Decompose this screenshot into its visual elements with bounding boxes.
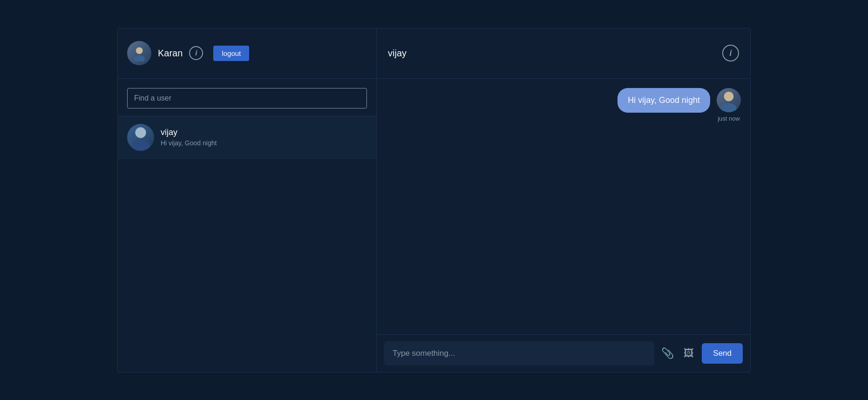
svg-point-3 bbox=[132, 140, 149, 150]
image-icon[interactable]: 🖼 bbox=[680, 345, 697, 362]
input-area: 📎 🖼 Send bbox=[377, 334, 750, 372]
conversation-avatar bbox=[127, 124, 154, 151]
svg-point-0 bbox=[136, 47, 143, 54]
header-right: vijay i bbox=[377, 28, 750, 78]
conversation-info: vijay Hi vijay, Good night bbox=[161, 128, 367, 147]
svg-point-4 bbox=[724, 91, 734, 101]
message-sender-col: just now bbox=[717, 88, 741, 122]
chat-area: Hi vijay, Good night just now bbox=[377, 79, 750, 372]
main-content: vijay Hi vijay, Good night Hi vijay, Goo… bbox=[118, 79, 750, 372]
messages-container: Hi vijay, Good night just now bbox=[377, 79, 750, 334]
attach-icon[interactable]: 📎 bbox=[659, 345, 676, 362]
message-row-sent: Hi vijay, Good night just now bbox=[386, 88, 741, 122]
current-user-name: Karan bbox=[158, 48, 183, 59]
header-left: Karan i logout bbox=[118, 28, 377, 78]
header: Karan i logout vijay i bbox=[118, 28, 750, 79]
message-input[interactable] bbox=[384, 341, 654, 366]
conversation-name: vijay bbox=[161, 128, 367, 137]
svg-point-2 bbox=[135, 127, 146, 138]
app-container: Karan i logout vijay i bbox=[117, 28, 751, 373]
chat-partner-name: vijay bbox=[388, 48, 407, 59]
logout-button[interactable]: logout bbox=[213, 46, 249, 61]
chat-info-icon[interactable]: i bbox=[722, 45, 739, 61]
message-time: just now bbox=[718, 115, 740, 122]
current-user-avatar bbox=[127, 41, 151, 65]
send-button[interactable]: Send bbox=[702, 343, 743, 364]
search-input[interactable] bbox=[127, 88, 367, 108]
svg-point-1 bbox=[134, 55, 145, 62]
user-info-icon[interactable]: i bbox=[189, 46, 203, 60]
conversation-list: vijay Hi vijay, Good night bbox=[118, 116, 376, 372]
sidebar: vijay Hi vijay, Good night bbox=[118, 79, 377, 372]
message-sender-avatar bbox=[717, 88, 741, 112]
conversation-preview: Hi vijay, Good night bbox=[161, 139, 367, 147]
search-container bbox=[118, 79, 376, 116]
conversation-item[interactable]: vijay Hi vijay, Good night bbox=[118, 116, 376, 159]
message-bubble-sent: Hi vijay, Good night bbox=[617, 88, 710, 113]
svg-point-5 bbox=[721, 103, 737, 112]
